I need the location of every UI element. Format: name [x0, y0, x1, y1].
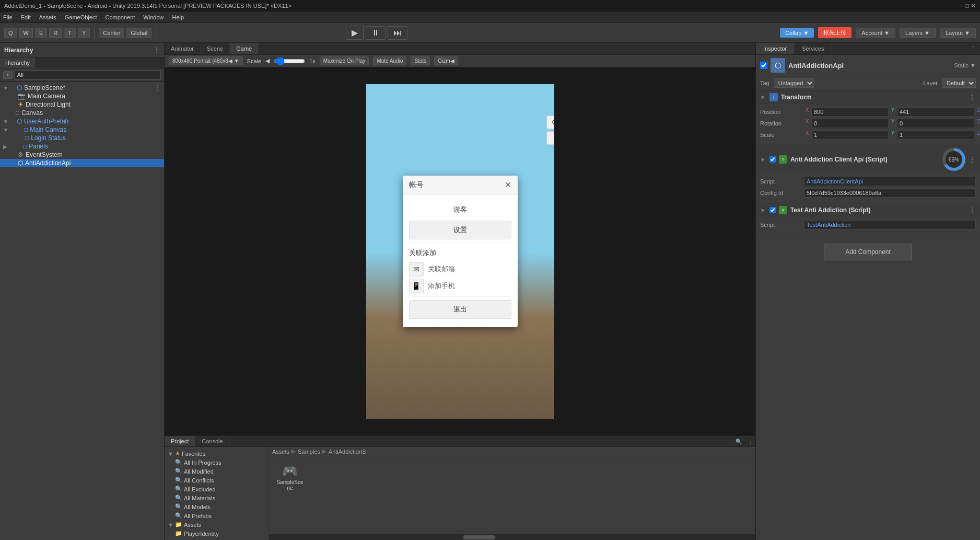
- tree-login-status[interactable]: □ Login Status: [0, 134, 164, 142]
- menu-window[interactable]: Window: [143, 14, 164, 20]
- tree-antiaddictionapi[interactable]: ⬡ AntiAddictionApi: [0, 159, 164, 167]
- layout-button[interactable]: Layout ▼: [940, 28, 976, 38]
- scale-slider[interactable]: [274, 57, 305, 65]
- project-options-icon[interactable]: ⋮: [746, 436, 755, 446]
- tree-samplescene[interactable]: ▼ ⬡ SampleScene* ⋮: [0, 84, 164, 92]
- mute-audio-btn[interactable]: Mute Audio: [373, 56, 406, 65]
- tree-canvas[interactable]: ▶ □ Canvas: [0, 109, 164, 117]
- component-enabled-checkbox[interactable]: [769, 207, 776, 213]
- logout-btn[interactable]: 退出: [409, 300, 511, 319]
- account-button[interactable]: Account ▼: [856, 28, 895, 38]
- game-tab[interactable]: Game: [230, 43, 259, 54]
- script-ref-field[interactable]: AntiAddictionClientApi: [804, 177, 976, 186]
- global-toggle-btn[interactable]: Global: [126, 28, 151, 38]
- breadcrumb-samples[interactable]: Samples: [298, 449, 320, 455]
- menu-file[interactable]: File: [3, 14, 13, 20]
- config-value-field[interactable]: 5f0d7d59c1933e0006189a6a: [804, 188, 976, 198]
- scale-y-field[interactable]: [897, 130, 974, 140]
- scene-tab[interactable]: Scene: [201, 43, 230, 54]
- upload-button[interactable]: 抢先上传: [818, 27, 851, 38]
- transform-r-btn[interactable]: R: [49, 28, 62, 38]
- ptree-assets[interactable]: ▼ 📁 Assets: [165, 520, 269, 529]
- transform-t-btn[interactable]: T: [64, 28, 76, 38]
- component-menu-icon[interactable]: ⋮: [969, 93, 976, 101]
- menu-help[interactable]: Help: [172, 14, 184, 20]
- ptree-all-modified[interactable]: 🔍 All Modified: [165, 467, 269, 476]
- ptree-all-conflicts[interactable]: 🔍 All Conflicts: [165, 476, 269, 485]
- ptree-favorites[interactable]: ▼ ★ Favorites: [165, 449, 269, 458]
- menu-assets[interactable]: Assets: [39, 14, 56, 20]
- search-icon[interactable]: 🔍: [731, 436, 746, 446]
- tree-panels[interactable]: ▶ □ Panels: [0, 142, 164, 151]
- add-component-button[interactable]: Add Component: [824, 244, 912, 260]
- create-btn[interactable]: +: [3, 71, 13, 79]
- horizontal-scrollbar[interactable]: [269, 534, 755, 540]
- transform-w-btn[interactable]: W: [19, 28, 33, 38]
- breadcrumb-assets[interactable]: Assets: [272, 449, 289, 455]
- hierarchy-search-input[interactable]: [15, 70, 161, 79]
- stats-btn[interactable]: Stats: [411, 56, 430, 65]
- tree-main-camera[interactable]: 📷 Main Camera: [0, 92, 164, 100]
- component-enabled-checkbox[interactable]: [769, 156, 776, 163]
- services-tab[interactable]: Services: [795, 43, 832, 54]
- anti-addiction-header[interactable]: ▼ # Anti Addiction Client Api (Script) 6…: [756, 145, 980, 174]
- rotation-x-field[interactable]: [811, 119, 889, 128]
- step-button[interactable]: ⏭: [388, 26, 407, 40]
- tag-dropdown[interactable]: Untagged: [774, 78, 814, 88]
- object-enabled-checkbox[interactable]: [760, 62, 767, 69]
- inspector-options-icon[interactable]: ⋮: [966, 43, 980, 54]
- console-tab[interactable]: Console: [195, 436, 229, 446]
- dialog-close-btn[interactable]: ✕: [505, 180, 511, 190]
- test-anti-addiction-header[interactable]: ▼ # Test Anti Addiction (Script) ⋮: [756, 203, 980, 217]
- breadcrumb-antiaddict[interactable]: AntiAddictionS: [329, 449, 366, 455]
- transform-body: Position X Y Z Rotation X: [756, 104, 980, 145]
- tree-userauthprefab[interactable]: ▼ ⬡ UserAuthPrefab: [0, 117, 164, 125]
- component-menu-icon[interactable]: ⋮: [969, 155, 976, 164]
- script-ref-field[interactable]: TestAntiAddiction: [804, 220, 976, 229]
- resolution-dropdown[interactable]: 800x480 Portrait (480x8◀ ▼: [169, 56, 243, 65]
- ptree-playeridentity[interactable]: 📁 PlayerIdentity: [165, 529, 269, 538]
- center-toggle-btn[interactable]: Center: [99, 28, 124, 38]
- transform-y-btn[interactable]: Y: [78, 28, 90, 38]
- ptree-all-prefabs[interactable]: 🔍 All Prefabs: [165, 511, 269, 520]
- tree-main-canvas[interactable]: ▼ □ Main Canvas: [0, 125, 164, 134]
- pause-button[interactable]: ⏸: [366, 26, 386, 40]
- scale-x-field[interactable]: [811, 130, 889, 140]
- scale-minus-icon[interactable]: ◀: [265, 58, 270, 64]
- play-button[interactable]: ▶: [346, 26, 364, 40]
- window-controls[interactable]: ─ □ ✕: [959, 2, 976, 9]
- layer-dropdown[interactable]: Default: [942, 78, 976, 88]
- tree-directional-light[interactable]: ☀ Directional Light: [0, 100, 164, 109]
- position-x-field[interactable]: [811, 107, 889, 117]
- ptree-all-materials[interactable]: 🔍 All Materials: [165, 493, 269, 502]
- settings-btn[interactable]: 设置: [409, 221, 511, 239]
- tree-item-options[interactable]: ⋮: [155, 84, 161, 91]
- layers-button[interactable]: Layers ▼: [900, 28, 936, 38]
- maximize-on-play-btn[interactable]: Maximize On Play: [320, 56, 369, 65]
- rotation-y-field[interactable]: [897, 119, 974, 128]
- transform-header[interactable]: ▼ T Transform ⋮: [756, 90, 980, 104]
- inspector-tab[interactable]: Inspector: [756, 43, 795, 54]
- transform-e-btn[interactable]: E: [35, 28, 47, 38]
- animator-tab[interactable]: Animator: [165, 43, 201, 54]
- project-tab[interactable]: Project: [165, 436, 195, 446]
- transform-q-btn[interactable]: Q: [4, 28, 17, 38]
- ptree-all-models[interactable]: 🔍 All Models: [165, 502, 269, 511]
- ptree-all-in-progress[interactable]: 🔍 All In Progress: [165, 458, 269, 467]
- go-icon: □: [23, 143, 27, 150]
- component-menu-icon[interactable]: ⋮: [969, 206, 976, 214]
- hierarchy-tree: ▼ ⬡ SampleScene* ⋮ 📷 Main Camera ☀ Direc…: [0, 82, 164, 540]
- menu-gameobject[interactable]: GameObject: [65, 14, 97, 20]
- ptree-all-excluded[interactable]: 🔍 All Excluded: [165, 485, 269, 493]
- hierarchy-tab[interactable]: Hierarchy: [0, 58, 36, 68]
- tree-eventsystem[interactable]: ⚙ EventSystem: [0, 151, 164, 159]
- menu-edit[interactable]: Edit: [21, 14, 31, 20]
- scrollbar-thumb[interactable]: [463, 535, 495, 539]
- menu-component[interactable]: Component: [105, 14, 135, 20]
- gizmos-btn[interactable]: Gizm◀: [434, 56, 458, 65]
- ptree-plugins[interactable]: ▼ 📁 Plugins: [165, 538, 269, 540]
- asset-samplescene[interactable]: 🎮 SampleScene: [274, 462, 306, 493]
- collab-button[interactable]: Collab ▼: [780, 28, 814, 38]
- hierarchy-options-icon[interactable]: ⋮: [154, 47, 160, 54]
- position-y-field[interactable]: [897, 107, 974, 117]
